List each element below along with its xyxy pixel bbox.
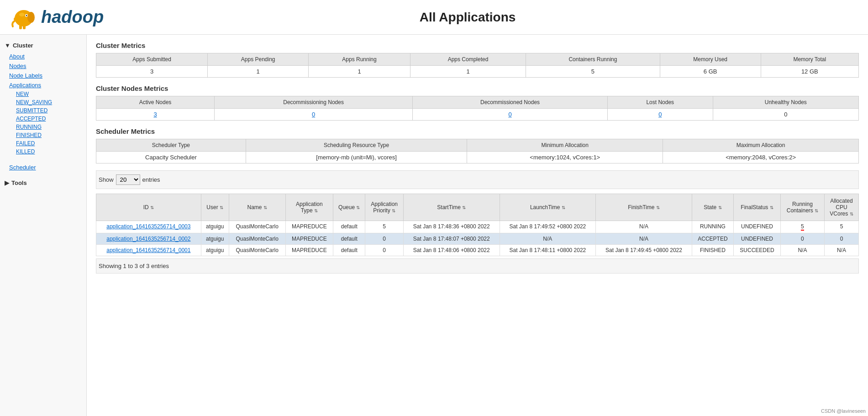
col-decommissioned-nodes: Decommissioned Nodes — [413, 96, 608, 109]
val-apps-submitted: 3 — [96, 66, 208, 78]
table-row-cell: Sat Jan 8 17:49:45 +0800 2022 — [596, 245, 692, 256]
val-apps-completed: 1 — [410, 66, 526, 78]
th-running-containers[interactable]: RunningContainers ⇅ — [780, 194, 824, 221]
cluster-toggle[interactable]: ▼ Cluster — [0, 39, 86, 52]
table-row-cell: ACCEPTED — [692, 233, 733, 245]
th-app-type[interactable]: ApplicationType ⇅ — [285, 194, 333, 221]
sidebar-item-new[interactable]: NEW — [0, 90, 86, 98]
th-id[interactable]: ID ⇅ — [96, 194, 201, 221]
col-apps-running: Apps Running — [309, 53, 410, 66]
val-scheduler-type: Capacity Scheduler — [96, 152, 246, 163]
svg-rect-5 — [19, 25, 22, 29]
sidebar-item-killed[interactable]: KILLED — [0, 147, 86, 156]
col-scheduling-resource-type: Scheduling Resource Type — [246, 139, 467, 152]
col-memory-used: Memory Used — [660, 53, 761, 66]
watermark: CSDN @lavineseen — [821, 408, 866, 414]
sidebar-item-new-saving[interactable]: NEW_SAVING — [0, 98, 86, 106]
table-row-cell[interactable]: application_1641635256714_0003 — [96, 221, 201, 233]
table-row-cell: N/A — [824, 245, 858, 256]
th-allocated-vcores[interactable]: AllocatedCPUVCores ⇅ — [824, 194, 858, 221]
svg-point-7 — [19, 13, 25, 16]
table-row-cell: Sat Jan 8 17:48:06 +0800 2022 — [403, 245, 500, 256]
table-row-cell: 5 — [824, 221, 858, 233]
sidebar-item-about[interactable]: About — [0, 52, 86, 61]
th-user[interactable]: User ⇅ — [201, 194, 229, 221]
val-decommissioned-nodes[interactable]: 0 — [413, 109, 608, 121]
table-row-cell[interactable]: application_1641635256714_0001 — [96, 245, 201, 256]
th-queue[interactable]: Queue ⇅ — [333, 194, 365, 221]
svg-point-4 — [27, 12, 35, 23]
tools-arrow-icon: ▶ — [5, 179, 9, 186]
table-row-cell: 0 — [780, 233, 824, 245]
sidebar-item-running[interactable]: RUNNING — [0, 123, 86, 131]
sort-launch-icon: ⇅ — [562, 205, 565, 210]
header: hadoop All Applications — [0, 0, 868, 35]
sort-priority-icon: ⇅ — [392, 208, 395, 213]
sidebar-item-submitted[interactable]: SUBMITTED — [0, 106, 86, 115]
th-start-time[interactable]: StartTime ⇅ — [403, 194, 500, 221]
table-row-cell: Sat Jan 8 17:48:11 +0800 2022 — [500, 245, 596, 256]
val-decommissioning-nodes[interactable]: 0 — [215, 109, 413, 121]
sort-final-icon: ⇅ — [770, 205, 773, 210]
sidebar-item-nodes[interactable]: Nodes — [0, 61, 86, 71]
th-launch-time[interactable]: LaunchTime ⇅ — [500, 194, 596, 221]
sidebar-item-failed[interactable]: FAILED — [0, 139, 86, 147]
sidebar-item-applications[interactable]: Applications — [0, 80, 86, 90]
table-row-cell: Sat Jan 8 17:49:52 +0800 2022 — [500, 221, 596, 233]
table-row-cell: QuasiMonteCarlo — [229, 221, 285, 233]
val-unhealthy-nodes: 0 — [713, 109, 858, 121]
cluster-nodes-metrics-title: Cluster Nodes Metrics — [96, 84, 859, 92]
table-row-cell: atguigu — [201, 233, 229, 245]
table-row-cell: default — [333, 245, 365, 256]
cluster-metrics-title: Cluster Metrics — [96, 42, 859, 49]
th-name[interactable]: Name ⇅ — [229, 194, 285, 221]
table-row-cell: QuasiMonteCarlo — [229, 233, 285, 245]
sidebar-item-accepted[interactable]: ACCEPTED — [0, 115, 86, 123]
scheduler-metrics-title: Scheduler Metrics — [96, 127, 859, 135]
sidebar-item-scheduler[interactable]: Scheduler — [0, 163, 86, 172]
col-minimum-allocation: Minimum Allocation — [467, 139, 663, 152]
tools-toggle[interactable]: ▶ Tools — [0, 177, 86, 189]
table-row-cell: 5 — [365, 221, 404, 233]
val-scheduling-resource-type: [memory-mb (unit=Mi), vcores] — [246, 152, 467, 163]
col-unhealthy-nodes: Unhealthy Nodes — [713, 96, 858, 109]
table-row-cell: default — [333, 221, 365, 233]
col-apps-pending: Apps Pending — [208, 53, 309, 66]
val-lost-nodes[interactable]: 0 — [607, 109, 713, 121]
table-row-cell: atguigu — [201, 221, 229, 233]
table-row-cell: N/A — [596, 221, 692, 233]
sidebar-item-node-labels[interactable]: Node Labels — [0, 71, 86, 80]
show-label: Show — [99, 176, 114, 183]
table-row-cell: MAPREDUCE — [285, 221, 333, 233]
th-state[interactable]: State ⇅ — [692, 194, 733, 221]
table-row-cell: N/A — [500, 233, 596, 245]
val-memory-used: 6 GB — [660, 66, 761, 78]
svg-rect-6 — [23, 25, 26, 29]
table-row-cell: N/A — [596, 233, 692, 245]
applications-table: ID ⇅ User ⇅ Name ⇅ ApplicationType ⇅ Que… — [96, 194, 859, 256]
th-final-status[interactable]: FinalStatus ⇅ — [734, 194, 781, 221]
sort-queue-icon: ⇅ — [356, 205, 360, 210]
sidebar-item-finished[interactable]: FINISHED — [0, 131, 86, 139]
cluster-arrow-icon: ▼ — [5, 42, 11, 49]
th-finish-time[interactable]: FinishTime ⇅ — [596, 194, 692, 221]
th-priority[interactable]: ApplicationPriority ⇅ — [365, 194, 404, 221]
col-active-nodes: Active Nodes — [96, 96, 215, 109]
entries-select[interactable]: 10 20 50 100 — [116, 174, 140, 185]
col-maximum-allocation: Maximum Allocation — [663, 139, 859, 152]
val-apps-pending: 1 — [208, 66, 309, 78]
table-row-cell: N/A — [780, 245, 824, 256]
col-lost-nodes: Lost Nodes — [607, 96, 713, 109]
val-apps-running: 1 — [309, 66, 410, 78]
col-memory-total: Memory Total — [761, 53, 858, 66]
val-active-nodes[interactable]: 3 — [96, 109, 215, 121]
sort-id-icon: ⇅ — [150, 205, 154, 210]
col-scheduler-type: Scheduler Type — [96, 139, 246, 152]
table-row-cell[interactable]: application_1641635256714_0002 — [96, 233, 201, 245]
table-row-cell: QuasiMonteCarlo — [229, 245, 285, 256]
table-row-cell: RUNNING — [692, 221, 733, 233]
table-row-cell: 5 — [780, 221, 824, 233]
scheduler-metrics-table: Scheduler Type Scheduling Resource Type … — [96, 139, 859, 163]
val-maximum-allocation: <memory:2048, vCores:2> — [663, 152, 859, 163]
cluster-metrics-table: Apps Submitted Apps Pending Apps Running… — [96, 53, 859, 78]
